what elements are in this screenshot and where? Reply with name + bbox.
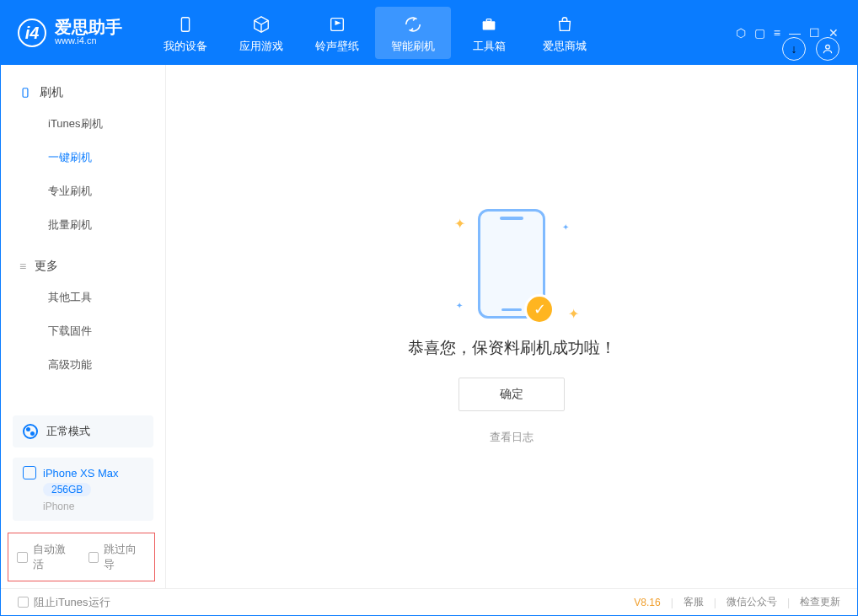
nav-apps-games[interactable]: 应用游戏 (223, 7, 299, 59)
app-window: i4 爱思助手 www.i4.cn 我的设备 应用游戏 铃声壁纸 智能刷机 (0, 0, 858, 616)
sidebar-item-oneclick-flash[interactable]: 一键刷机 (1, 141, 165, 174)
svg-rect-4 (23, 88, 28, 98)
link-wechat[interactable]: 微信公众号 (727, 595, 777, 609)
sidebar-item-itunes-flash[interactable]: iTunes刷机 (1, 107, 165, 141)
cube-icon (223, 12, 299, 37)
nav-store[interactable]: 爱思商城 (527, 7, 603, 59)
checkbox-block-itunes[interactable]: 阻止iTunes运行 (18, 595, 110, 610)
view-log-link[interactable]: 查看日志 (490, 430, 534, 445)
device-type: iPhone (43, 501, 74, 512)
svg-point-5 (826, 45, 830, 49)
statusbar: 阻止iTunes运行 V8.16 | 客服 | 微信公众号 | 检查更新 (1, 588, 857, 615)
mode-card[interactable]: 正常模式 (13, 415, 153, 447)
logo-icon: i4 (18, 19, 46, 47)
menu-icon[interactable]: ≡ (774, 26, 780, 40)
svg-rect-3 (486, 19, 491, 22)
sidebar-item-advanced[interactable]: 高级功能 (1, 348, 165, 382)
toolbox-icon (451, 12, 527, 37)
sparkle-icon: ✦ (568, 306, 579, 322)
sidebar-item-batch-flash[interactable]: 批量刷机 (1, 208, 165, 242)
checkbox-skip-guide[interactable]: 跳过向导 (88, 542, 147, 572)
svg-rect-2 (483, 21, 496, 29)
top-nav: 我的设备 应用游戏 铃声壁纸 智能刷机 工具箱 爱思商城 (147, 7, 603, 59)
options-row: 自动激活 跳过向导 (8, 533, 155, 581)
app-name: 爱思助手 (55, 19, 122, 35)
sidebar-item-other-tools[interactable]: 其他工具 (1, 281, 165, 314)
mode-icon (23, 424, 38, 439)
nav-flash[interactable]: 智能刷机 (375, 7, 451, 59)
ok-button[interactable]: 确定 (458, 378, 565, 411)
account-button[interactable] (816, 37, 839, 61)
link-check-update[interactable]: 检查更新 (800, 595, 840, 609)
music-icon (299, 12, 375, 37)
store-icon (527, 12, 603, 37)
logo: i4 爱思助手 www.i4.cn (18, 19, 122, 47)
sidebar: 刷机 iTunes刷机 一键刷机 专业刷机 批量刷机 ≡ 更多 其他工具 下载固… (1, 65, 166, 588)
main-content: ✓ ✦ ✦ ✦ ✦ 恭喜您，保资料刷机成功啦！ 确定 查看日志 (166, 65, 857, 588)
phone-illustration-icon: ✓ (478, 209, 545, 319)
success-illustration: ✓ ✦ ✦ ✦ ✦ (478, 209, 545, 319)
nav-ringtones[interactable]: 铃声壁纸 (299, 7, 375, 59)
device-card[interactable]: iPhone XS Max 256GB iPhone (13, 458, 153, 521)
sidebar-section-flash: 刷机 (1, 78, 165, 107)
lock-icon[interactable]: ▢ (754, 26, 765, 40)
version-label: V8.16 (634, 597, 660, 608)
checkbox-auto-activate[interactable]: 自动激活 (17, 542, 75, 572)
sparkle-icon: ✦ (456, 301, 463, 310)
list-icon: ≡ (19, 260, 26, 273)
device-icon (23, 466, 36, 479)
sparkle-icon: ✦ (454, 216, 465, 232)
link-support[interactable]: 客服 (684, 595, 704, 609)
titlebar: i4 爱思助手 www.i4.cn 我的设备 应用游戏 铃声壁纸 智能刷机 (1, 1, 857, 65)
sidebar-section-more: ≡ 更多 (1, 252, 165, 281)
storage-badge: 256GB (43, 483, 91, 496)
download-button[interactable]: ↓ (782, 37, 806, 61)
sidebar-item-download-firmware[interactable]: 下载固件 (1, 314, 165, 348)
app-url: www.i4.cn (55, 35, 122, 46)
device-name: iPhone XS Max (43, 467, 119, 479)
body: 刷机 iTunes刷机 一键刷机 专业刷机 批量刷机 ≡ 更多 其他工具 下载固… (1, 65, 857, 588)
tshirt-icon[interactable]: ⬡ (736, 26, 746, 40)
refresh-icon (375, 12, 451, 37)
sidebar-item-pro-flash[interactable]: 专业刷机 (1, 174, 165, 208)
success-message: 恭喜您，保资料刷机成功啦！ (408, 337, 616, 359)
sparkle-icon: ✦ (562, 222, 569, 232)
device-icon (147, 12, 223, 37)
phone-icon (19, 87, 31, 99)
nav-my-device[interactable]: 我的设备 (147, 7, 223, 59)
nav-toolbox[interactable]: 工具箱 (451, 7, 527, 59)
svg-rect-0 (181, 18, 189, 32)
checkmark-badge-icon: ✓ (524, 294, 555, 324)
